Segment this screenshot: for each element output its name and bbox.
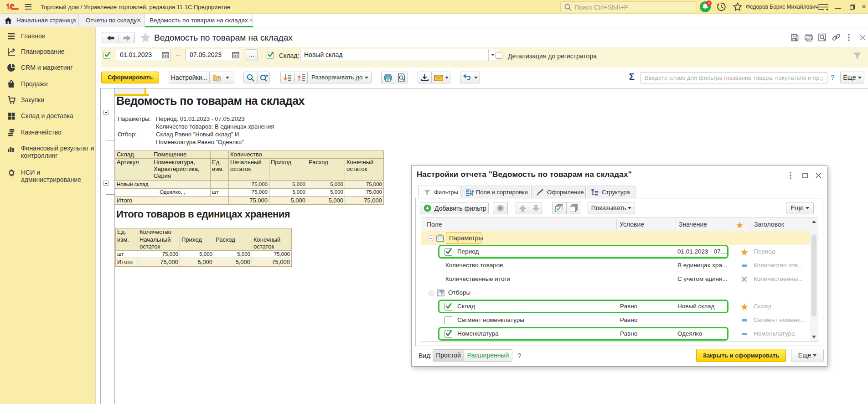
svg-text:4: 4 (708, 1, 710, 5)
